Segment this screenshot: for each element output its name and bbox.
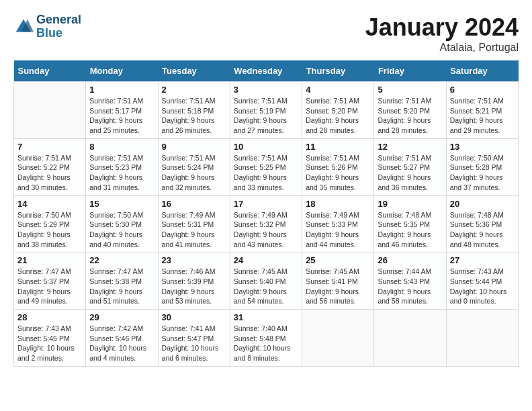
calendar-table: SundayMondayTuesdayWednesdayThursdayFrid… [13, 60, 519, 367]
day-info: Sunrise: 7:43 AMSunset: 5:44 PMDaylight:… [450, 267, 515, 306]
calendar-cell: 13Sunrise: 7:50 AMSunset: 5:28 PMDayligh… [446, 138, 518, 195]
calendar-cell: 24Sunrise: 7:45 AMSunset: 5:40 PMDayligh… [230, 253, 302, 310]
day-number: 13 [450, 142, 515, 152]
calendar-cell: 26Sunrise: 7:44 AMSunset: 5:43 PMDayligh… [374, 253, 446, 310]
day-info: Sunrise: 7:46 AMSunset: 5:39 PMDaylight:… [162, 267, 226, 306]
calendar-cell [374, 310, 446, 367]
day-number: 24 [234, 255, 298, 265]
logo: General Blue [13, 13, 81, 40]
calendar-cell: 29Sunrise: 7:42 AMSunset: 5:46 PMDayligh… [86, 310, 158, 367]
calendar-cell: 22Sunrise: 7:47 AMSunset: 5:38 PMDayligh… [86, 253, 158, 310]
calendar-cell: 11Sunrise: 7:51 AMSunset: 5:26 PMDayligh… [302, 138, 374, 195]
day-info: Sunrise: 7:51 AMSunset: 5:20 PMDaylight:… [306, 96, 370, 136]
column-header-saturday: Saturday [446, 60, 518, 82]
calendar-cell: 28Sunrise: 7:43 AMSunset: 5:45 PMDayligh… [14, 310, 86, 367]
calendar-week-4: 21Sunrise: 7:47 AMSunset: 5:37 PMDayligh… [14, 253, 519, 310]
day-number: 5 [378, 85, 442, 95]
month-title: January 2024 [365, 13, 519, 42]
location: Atalaia, Portugal [365, 42, 519, 54]
day-info: Sunrise: 7:48 AMSunset: 5:36 PMDaylight:… [450, 210, 515, 250]
day-info: Sunrise: 7:51 AMSunset: 5:18 PMDaylight:… [162, 96, 226, 136]
calendar-week-5: 28Sunrise: 7:43 AMSunset: 5:45 PMDayligh… [14, 310, 519, 367]
calendar-cell: 8Sunrise: 7:51 AMSunset: 5:23 PMDaylight… [86, 138, 158, 195]
calendar-header: SundayMondayTuesdayWednesdayThursdayFrid… [14, 60, 519, 82]
day-number: 17 [234, 199, 298, 209]
calendar-cell: 5Sunrise: 7:51 AMSunset: 5:20 PMDaylight… [374, 82, 446, 139]
day-info: Sunrise: 7:44 AMSunset: 5:43 PMDaylight:… [378, 267, 442, 306]
day-number: 7 [17, 142, 82, 152]
calendar-cell [446, 310, 518, 367]
day-number: 27 [450, 255, 515, 265]
day-info: Sunrise: 7:49 AMSunset: 5:33 PMDaylight:… [306, 210, 370, 250]
day-info: Sunrise: 7:43 AMSunset: 5:45 PMDaylight:… [17, 324, 82, 363]
day-number: 8 [89, 142, 154, 152]
day-info: Sunrise: 7:49 AMSunset: 5:31 PMDaylight:… [162, 210, 226, 250]
day-number: 29 [89, 312, 154, 322]
day-info: Sunrise: 7:50 AMSunset: 5:30 PMDaylight:… [89, 210, 154, 250]
calendar-cell: 6Sunrise: 7:51 AMSunset: 5:21 PMDaylight… [446, 82, 518, 139]
day-info: Sunrise: 7:41 AMSunset: 5:47 PMDaylight:… [162, 324, 226, 363]
column-header-sunday: Sunday [14, 60, 86, 82]
day-number: 2 [162, 85, 226, 95]
day-number: 25 [306, 255, 370, 265]
column-header-wednesday: Wednesday [230, 60, 302, 82]
day-info: Sunrise: 7:51 AMSunset: 5:24 PMDaylight:… [162, 153, 226, 193]
calendar-cell: 30Sunrise: 7:41 AMSunset: 5:47 PMDayligh… [158, 310, 230, 367]
calendar-cell: 20Sunrise: 7:48 AMSunset: 5:36 PMDayligh… [446, 195, 518, 253]
column-header-thursday: Thursday [302, 60, 374, 82]
day-number: 20 [450, 199, 515, 209]
calendar-cell [302, 310, 374, 367]
day-info: Sunrise: 7:51 AMSunset: 5:23 PMDaylight:… [89, 153, 154, 193]
day-number: 9 [162, 142, 226, 152]
calendar-cell: 17Sunrise: 7:49 AMSunset: 5:32 PMDayligh… [230, 195, 302, 253]
calendar-cell: 4Sunrise: 7:51 AMSunset: 5:20 PMDaylight… [302, 82, 374, 139]
day-info: Sunrise: 7:48 AMSunset: 5:35 PMDaylight:… [378, 210, 442, 250]
calendar-cell: 15Sunrise: 7:50 AMSunset: 5:30 PMDayligh… [86, 195, 158, 253]
calendar-cell: 1Sunrise: 7:51 AMSunset: 5:17 PMDaylight… [86, 82, 158, 139]
calendar-body: 1Sunrise: 7:51 AMSunset: 5:17 PMDaylight… [14, 82, 519, 367]
day-info: Sunrise: 7:45 AMSunset: 5:40 PMDaylight:… [234, 267, 298, 306]
day-number: 4 [306, 85, 370, 95]
day-number: 19 [378, 199, 442, 209]
day-info: Sunrise: 7:42 AMSunset: 5:46 PMDaylight:… [89, 324, 154, 363]
day-number: 28 [17, 312, 82, 322]
day-number: 18 [306, 199, 370, 209]
calendar-cell: 18Sunrise: 7:49 AMSunset: 5:33 PMDayligh… [302, 195, 374, 253]
calendar-cell: 31Sunrise: 7:40 AMSunset: 5:48 PMDayligh… [230, 310, 302, 367]
page-header: General Blue January 2024 Atalaia, Portu… [13, 13, 519, 54]
day-info: Sunrise: 7:40 AMSunset: 5:48 PMDaylight:… [234, 324, 298, 363]
logo-icon [13, 17, 34, 37]
calendar-cell: 23Sunrise: 7:46 AMSunset: 5:39 PMDayligh… [158, 253, 230, 310]
day-number: 21 [17, 255, 82, 265]
day-info: Sunrise: 7:51 AMSunset: 5:22 PMDaylight:… [17, 153, 82, 193]
day-number: 16 [162, 199, 226, 209]
calendar-cell [14, 82, 86, 139]
calendar-cell: 16Sunrise: 7:49 AMSunset: 5:31 PMDayligh… [158, 195, 230, 253]
calendar-cell: 14Sunrise: 7:50 AMSunset: 5:29 PMDayligh… [14, 195, 86, 253]
calendar-week-1: 1Sunrise: 7:51 AMSunset: 5:17 PMDaylight… [14, 82, 519, 139]
day-number: 22 [89, 255, 154, 265]
calendar-cell: 9Sunrise: 7:51 AMSunset: 5:24 PMDaylight… [158, 138, 230, 195]
column-header-monday: Monday [86, 60, 158, 82]
column-header-friday: Friday [374, 60, 446, 82]
calendar-cell: 27Sunrise: 7:43 AMSunset: 5:44 PMDayligh… [446, 253, 518, 310]
day-number: 14 [17, 199, 82, 209]
calendar-cell: 2Sunrise: 7:51 AMSunset: 5:18 PMDaylight… [158, 82, 230, 139]
day-info: Sunrise: 7:50 AMSunset: 5:29 PMDaylight:… [17, 210, 82, 250]
calendar-week-3: 14Sunrise: 7:50 AMSunset: 5:29 PMDayligh… [14, 195, 519, 253]
calendar-cell: 10Sunrise: 7:51 AMSunset: 5:25 PMDayligh… [230, 138, 302, 195]
day-number: 31 [234, 312, 298, 322]
day-number: 26 [378, 255, 442, 265]
day-number: 10 [234, 142, 298, 152]
day-number: 12 [378, 142, 442, 152]
day-info: Sunrise: 7:51 AMSunset: 5:26 PMDaylight:… [306, 153, 370, 193]
logo-line1: General [36, 13, 81, 27]
title-section: January 2024 Atalaia, Portugal [365, 13, 519, 54]
day-number: 30 [162, 312, 226, 322]
calendar-week-2: 7Sunrise: 7:51 AMSunset: 5:22 PMDaylight… [14, 138, 519, 195]
day-info: Sunrise: 7:51 AMSunset: 5:25 PMDaylight:… [234, 153, 298, 193]
day-info: Sunrise: 7:51 AMSunset: 5:20 PMDaylight:… [378, 96, 442, 136]
day-info: Sunrise: 7:51 AMSunset: 5:21 PMDaylight:… [450, 96, 515, 136]
calendar-cell: 12Sunrise: 7:51 AMSunset: 5:27 PMDayligh… [374, 138, 446, 195]
day-info: Sunrise: 7:49 AMSunset: 5:32 PMDaylight:… [234, 210, 298, 250]
